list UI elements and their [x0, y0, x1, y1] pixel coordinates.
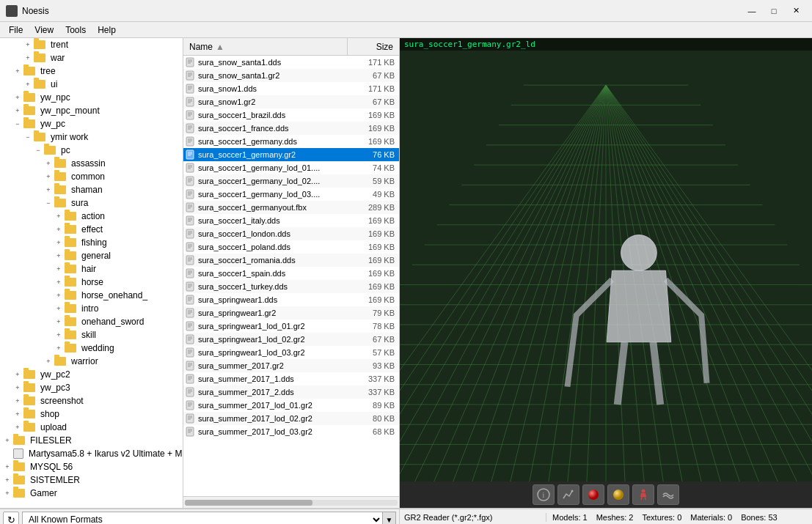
table-row[interactable]: sura_springwear1_lod_01.gr278 KB [183, 320, 399, 333]
tree-item-screenshot[interactable]: +screenshot [0, 394, 183, 407]
tree-item-fishing[interactable]: +fishing [0, 236, 183, 249]
tree-item-war[interactable]: +war [0, 51, 183, 64]
tree-item-ui[interactable]: +ui [0, 78, 183, 91]
expand-pc[interactable]: − [32, 144, 44, 156]
col-size-header[interactable]: Size [348, 38, 399, 55]
expand-hair[interactable]: + [53, 263, 65, 275]
table-row[interactable]: sura_springwear1.gr279 KB [183, 306, 399, 320]
expand-war[interactable]: + [22, 52, 34, 64]
expand-onehand_sword[interactable]: + [53, 316, 65, 328]
expand-trent[interactable]: + [22, 39, 34, 51]
expand-skill[interactable]: + [53, 329, 65, 341]
tree-item-tree[interactable]: +tree [0, 64, 183, 78]
table-row[interactable]: sura_summer_2017_lod_01.gr289 KB [183, 399, 399, 412]
tree-item-yw_pc2[interactable]: +yw_pc2 [0, 368, 183, 381]
expand-ymir_work[interactable]: − [22, 131, 34, 143]
menu-file[interactable]: File [3, 23, 29, 37]
expand-martysama[interactable] [1, 448, 13, 460]
tree-item-warrior[interactable]: +warrior [0, 355, 183, 368]
tree-item-upload[interactable]: +upload [0, 421, 183, 434]
expand-yw_npc_mount[interactable]: + [12, 105, 23, 117]
tree-item-effect[interactable]: +effect [0, 223, 183, 236]
table-row[interactable]: sura_soccer1_germany.dds169 KB [183, 135, 399, 148]
table-row[interactable]: sura_summer_2017_lod_03.gr268 KB [183, 425, 399, 438]
table-row[interactable]: sura_soccer1_germany_lod_03....49 KB [183, 188, 399, 201]
view-btn-wave[interactable] [657, 484, 679, 505]
table-row[interactable]: sura_soccer1_germany.gr276 KB [183, 148, 399, 161]
table-row[interactable]: sura_springwear1_lod_02.gr267 KB [183, 333, 399, 346]
tree-item-mysql56[interactable]: +MYSQL 56 [0, 460, 183, 473]
table-row[interactable]: sura_soccer1_romania.dds169 KB [183, 254, 399, 267]
expand-yw_pc3[interactable]: + [12, 382, 23, 394]
close-button[interactable]: ✕ [786, 4, 806, 18]
file-list-hscroll[interactable] [183, 496, 399, 508]
tree-item-yw_npc_mount[interactable]: +yw_npc_mount [0, 104, 183, 117]
format-select[interactable]: All Known Formats [22, 512, 383, 524]
table-row[interactable]: sura_soccer1_brazil.dds169 KB [183, 108, 399, 122]
format-dropdown-button[interactable]: ▼ [383, 512, 396, 524]
tree-item-ymir_work[interactable]: −ymir work [0, 130, 183, 144]
table-row[interactable]: sura_snow_santa1.dds171 KB [183, 56, 399, 69]
view-btn-info[interactable]: i [533, 484, 555, 505]
expand-shop[interactable]: + [12, 408, 23, 420]
expand-horse_onehand_[interactable]: + [53, 289, 65, 301]
expand-sistemler[interactable]: + [1, 474, 13, 486]
table-row[interactable]: sura_soccer1_germanyout.fbx289 KB [183, 201, 399, 214]
expand-ui[interactable]: + [22, 78, 34, 90]
table-row[interactable]: sura_soccer1_germany_lod_01....74 KB [183, 161, 399, 174]
tree-item-horse_onehand_[interactable]: +horse_onehand_ [0, 289, 183, 302]
tree-item-shop[interactable]: +shop [0, 407, 183, 421]
expand-mysql56[interactable]: + [1, 461, 13, 473]
view-btn-red-sphere[interactable] [582, 484, 604, 505]
expand-gamer[interactable]: + [1, 487, 13, 499]
view-btn-chart[interactable] [557, 484, 579, 505]
tree-item-yw_npc[interactable]: +yw_npc [0, 91, 183, 104]
table-row[interactable]: sura_soccer1_italy.dds169 KB [183, 214, 399, 227]
tree-item-yw_pc[interactable]: −yw_pc [0, 117, 183, 130]
tree-item-common[interactable]: +common [0, 170, 183, 183]
tree-item-trent[interactable]: +trent [0, 38, 183, 51]
expand-tree[interactable]: + [12, 65, 23, 77]
expand-yw_pc2[interactable]: + [12, 369, 23, 380]
table-row[interactable]: sura_soccer1_france.dds169 KB [183, 122, 399, 135]
expand-intro[interactable]: + [53, 303, 65, 314]
expand-general[interactable]: + [53, 250, 65, 262]
table-row[interactable]: sura_springwear1.dds169 KB [183, 293, 399, 306]
tree-item-hair[interactable]: +hair [0, 262, 183, 276]
table-row[interactable]: sura_soccer1_turkey.dds169 KB [183, 280, 399, 293]
table-row[interactable]: sura_soccer1_poland.dds169 KB [183, 240, 399, 254]
tree-item-intro[interactable]: +intro [0, 302, 183, 315]
expand-common[interactable]: + [43, 171, 54, 182]
expand-assassin[interactable]: + [43, 158, 54, 169]
table-row[interactable]: sura_snow_santa1.gr267 KB [183, 69, 399, 82]
expand-upload[interactable]: + [12, 421, 23, 433]
tree-item-skill[interactable]: +skill [0, 328, 183, 342]
table-row[interactable]: sura_summer_2017_2.dds337 KB [183, 385, 399, 399]
col-name-header[interactable]: Name ▲ [183, 38, 348, 55]
table-row[interactable]: sura_summer_2017_lod_02.gr280 KB [183, 412, 399, 425]
expand-shaman[interactable]: + [43, 184, 54, 196]
view-btn-figure[interactable] [632, 484, 654, 505]
table-row[interactable]: sura_soccer1_germany_lod_02....59 KB [183, 174, 399, 188]
tree-item-shaman[interactable]: +shaman [0, 183, 183, 196]
expand-fishing[interactable]: + [53, 237, 65, 248]
tree-item-general[interactable]: +general [0, 249, 183, 262]
expand-warrior[interactable]: + [43, 355, 54, 367]
menu-view[interactable]: View [29, 23, 59, 37]
menu-tools[interactable]: Tools [59, 23, 92, 37]
refresh-button[interactable]: ↻ [3, 512, 19, 524]
view-btn-gold-sphere[interactable] [607, 484, 629, 505]
table-row[interactable]: sura_springwear1_lod_03.gr257 KB [183, 346, 399, 359]
tree-item-horse[interactable]: +horse [0, 276, 183, 289]
expand-effect[interactable]: + [53, 224, 65, 235]
table-row[interactable]: sura_soccer1_london.dds169 KB [183, 227, 399, 240]
tree-item-sistemler[interactable]: +SISTEMLER [0, 473, 183, 487]
maximize-button[interactable]: □ [764, 4, 784, 18]
tree-item-action[interactable]: +action [0, 210, 183, 223]
table-row[interactable]: sura_snow1.gr267 KB [183, 95, 399, 108]
tree-item-FILESLER[interactable]: +FILESLER [0, 434, 183, 447]
tree-item-wedding[interactable]: +wedding [0, 342, 183, 355]
file-list-body[interactable]: sura_snow_santa1.dds171 KB sura_snow_san… [183, 56, 399, 496]
expand-sura[interactable]: − [43, 197, 54, 209]
table-row[interactable]: sura_summer_2017.gr293 KB [183, 359, 399, 372]
